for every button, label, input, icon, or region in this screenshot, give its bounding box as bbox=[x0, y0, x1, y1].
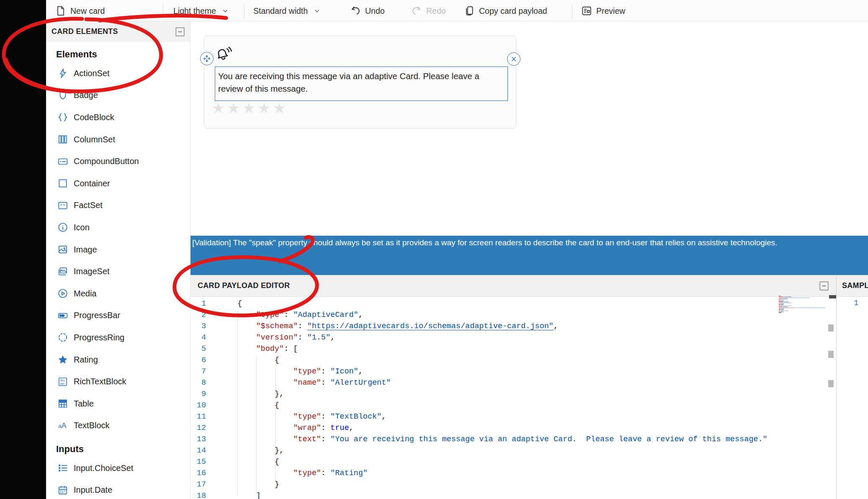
editor-minimap[interactable] bbox=[779, 296, 826, 321]
codeblock-braces-icon bbox=[57, 112, 68, 123]
palette-item-label: Badge bbox=[74, 90, 98, 100]
redo-icon bbox=[411, 5, 422, 16]
palette-item-badge[interactable]: Badge bbox=[46, 85, 190, 107]
code-line: { bbox=[237, 400, 279, 411]
palette-section-header: Inputs bbox=[46, 437, 190, 457]
undo-label: Undo bbox=[365, 6, 385, 16]
undo-button[interactable]: Undo bbox=[350, 4, 385, 18]
table-grid-icon bbox=[57, 398, 68, 409]
sample-data-editor-panel: SAMPLE 1 bbox=[836, 275, 868, 499]
palette-item-table[interactable]: Table bbox=[46, 393, 190, 415]
calendar-icon bbox=[57, 485, 68, 496]
card-payload-editor-title: CARD PAYLOAD EDITOR bbox=[191, 281, 290, 290]
textblock-aa-icon: aA bbox=[57, 420, 68, 431]
redo-button[interactable]: Redo bbox=[411, 4, 446, 18]
sample-line-number: 1 bbox=[849, 299, 858, 308]
palette-item-richtextblock[interactable]: AbcdefRichTextBlock bbox=[46, 370, 190, 393]
toolbar-separator bbox=[163, 3, 163, 18]
palette-item-label: Rating bbox=[74, 355, 98, 365]
code-line: "wrap": true, bbox=[237, 422, 354, 434]
line-number: 8 bbox=[191, 377, 211, 388]
chevron-down-icon bbox=[313, 7, 321, 15]
collapse-panel-icon[interactable] bbox=[175, 26, 185, 37]
code-line: ] bbox=[237, 490, 261, 499]
new-card-page-icon bbox=[55, 5, 66, 16]
progressbar-icon bbox=[57, 310, 68, 321]
preview-button[interactable]: Preview bbox=[581, 4, 625, 18]
theme-dropdown[interactable]: Light theme bbox=[173, 4, 229, 18]
code-line: "$schema": "https://adaptivecards.io/sch… bbox=[237, 321, 558, 332]
svg-text:Abc: Abc bbox=[60, 379, 65, 382]
media-play-icon bbox=[57, 288, 68, 299]
palette-item-progressring[interactable]: ProgressRing bbox=[46, 327, 190, 349]
palette-item-label: Input.ChoiceSet bbox=[74, 463, 133, 473]
move-arrows-icon bbox=[202, 54, 211, 63]
line-number: 14 bbox=[191, 445, 211, 456]
scrollbar-marker bbox=[828, 380, 834, 387]
palette-list: ElementsActionSetBadgeCodeBlockColumnSet… bbox=[46, 42, 190, 499]
palette-item-input-date[interactable]: Input.Date bbox=[46, 479, 190, 499]
delete-element-button[interactable] bbox=[507, 52, 520, 66]
palette-item-imageset[interactable]: ImageSet bbox=[46, 260, 190, 283]
palette-item-progressbar[interactable]: ProgressBar bbox=[46, 305, 190, 327]
card-width-dropdown[interactable]: Standard width bbox=[253, 4, 321, 18]
rating-stars[interactable]: ★★★★★ bbox=[212, 100, 288, 116]
minimap-line bbox=[779, 312, 826, 313]
alert-urgent-bell-icon[interactable] bbox=[214, 45, 233, 64]
line-number: 4 bbox=[191, 332, 211, 343]
badge-shield-icon bbox=[57, 90, 68, 101]
copy-card-payload-button[interactable]: Copy card payload bbox=[464, 4, 547, 18]
palette-item-icon[interactable]: Icon bbox=[46, 216, 190, 239]
palette-item-label: TextBlock bbox=[74, 421, 110, 430]
palette-item-compoundbutton[interactable]: CompoundButton bbox=[46, 150, 190, 172]
palette-item-label: Media bbox=[74, 289, 96, 298]
palette-item-label: CodeBlock bbox=[74, 113, 114, 122]
svg-text:def: def bbox=[60, 382, 64, 385]
line-number: 9 bbox=[191, 388, 211, 400]
palette-item-actionset[interactable]: ActionSet bbox=[46, 62, 190, 85]
palette-item-label: RichTextBlock bbox=[74, 377, 126, 386]
theme-label: Light theme bbox=[173, 6, 216, 16]
factset-list-icon bbox=[57, 200, 68, 211]
palette-item-rating[interactable]: Rating bbox=[46, 349, 190, 371]
palette-item-label: Input.Date bbox=[74, 485, 112, 495]
palette-item-factset[interactable]: FactSet bbox=[46, 195, 190, 217]
line-number: 1 bbox=[191, 298, 211, 309]
collapse-payload-editor-icon[interactable] bbox=[819, 280, 829, 291]
copy-icon bbox=[464, 5, 475, 16]
adaptive-card-preview[interactable]: You are receiving this message via an ad… bbox=[204, 36, 516, 129]
palette-item-codeblock[interactable]: CodeBlock bbox=[46, 106, 190, 129]
card-payload-editor-header: CARD PAYLOAD EDITOR bbox=[191, 275, 836, 297]
payload-json-editor[interactable]: 1{2 "type": "AdaptiveCard",3 "$schema": … bbox=[191, 297, 779, 499]
copy-card-payload-label: Copy card payload bbox=[479, 6, 547, 16]
toolbar-separator bbox=[244, 3, 245, 18]
selected-textblock[interactable]: You are receiving this message via an ad… bbox=[215, 67, 508, 101]
card-elements-header: CARD ELEMENTS bbox=[46, 21, 190, 42]
palette-item-image[interactable]: Image bbox=[46, 239, 190, 261]
new-card-button[interactable]: New card bbox=[55, 4, 105, 18]
palette-item-label: FactSet bbox=[74, 201, 103, 210]
card-canvas: You are receiving this message via an ad… bbox=[191, 21, 868, 236]
palette-item-columnset[interactable]: ColumnSet bbox=[46, 129, 190, 151]
palette-item-label: ImageSet bbox=[74, 267, 110, 276]
line-number: 11 bbox=[191, 411, 211, 422]
code-line: "body": [ bbox=[237, 343, 298, 355]
code-line: "type": "Rating" bbox=[237, 468, 368, 479]
palette-item-input-choiceset[interactable]: Input.ChoiceSet bbox=[46, 457, 190, 479]
palette-section-header: Elements bbox=[46, 42, 190, 62]
palette-item-textblock[interactable]: aATextBlock bbox=[46, 415, 190, 437]
actionset-lightning-icon bbox=[57, 68, 68, 79]
palette-item-container[interactable]: Container bbox=[46, 172, 190, 195]
code-line: }, bbox=[237, 388, 284, 400]
drag-handle[interactable] bbox=[200, 52, 214, 65]
code-line: "version": "1.5", bbox=[237, 332, 335, 343]
code-line: "text": "You are receiving this message … bbox=[237, 434, 768, 445]
code-line: "type": "Icon", bbox=[237, 366, 363, 377]
preview-label: Preview bbox=[596, 6, 625, 16]
validation-message[interactable]: [Validation] The "speak" property should… bbox=[191, 236, 868, 247]
palette-item-label: Image bbox=[74, 245, 97, 255]
new-card-label: New card bbox=[70, 6, 105, 16]
palette-item-media[interactable]: Media bbox=[46, 283, 190, 305]
left-black-bar bbox=[0, 0, 46, 499]
code-line: }, bbox=[237, 445, 284, 456]
